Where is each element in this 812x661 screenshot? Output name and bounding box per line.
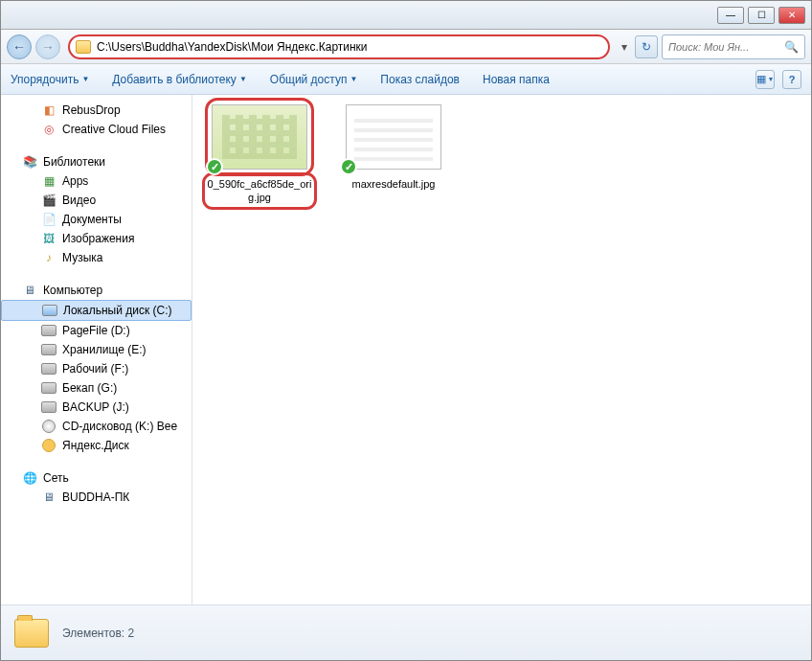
folder-icon [14, 619, 49, 648]
sidebar-item-label: PageFile (D:) [62, 324, 130, 337]
sidebar-item-label: Хранилище (E:) [62, 343, 146, 356]
thumbnail-image [212, 104, 307, 170]
sidebar-item-documents[interactable]: 📄 Документы [1, 210, 192, 229]
computer-icon: 🖥 [41, 490, 56, 505]
arrow-right-icon: → [41, 39, 55, 55]
file-item[interactable]: ✓0_590fc_a6cf85de_orig.jpg [202, 104, 317, 205]
help-icon: ? [789, 74, 796, 85]
sidebar-item-label: Видео [62, 194, 96, 207]
sidebar-item-label: CD-дисковод (K:) Bee [62, 420, 177, 433]
slideshow-button[interactable]: Показ слайдов [380, 73, 460, 86]
status-bar: Элементов: 2 [1, 604, 811, 660]
body-panel: ◧ RebusDrop ◎ Creative Cloud Files 📚 Биб… [1, 95, 811, 604]
video-icon: 🎬 [41, 193, 56, 208]
drive-icon [41, 363, 56, 375]
sidebar-item-label: Библиотеки [43, 155, 105, 169]
share-label: Общий доступ [270, 73, 348, 86]
add-to-library-menu[interactable]: Добавить в библиотеку ▼ [112, 73, 246, 86]
back-button[interactable]: ← [7, 34, 32, 59]
file-list[interactable]: ✓0_590fc_a6cf85de_orig.jpg✓maxresdefault… [192, 95, 811, 604]
libraries-icon: 📚 [22, 154, 37, 170]
sidebar-item-work[interactable]: Рабочий (F:) [1, 359, 192, 378]
sidebar-item-network[interactable]: 🌐 Сеть [1, 468, 192, 488]
sidebar-item-computer[interactable]: 🖥 Компьютер [1, 281, 192, 300]
sidebar-item-label: Бекап (G:) [62, 381, 117, 395]
sidebar-item-libraries[interactable]: 📚 Библиотеки [1, 152, 192, 171]
drive-icon [41, 325, 56, 336]
sidebar-item-storage[interactable]: Хранилище (E:) [1, 340, 192, 359]
status-text: Элементов: 2 [62, 627, 134, 640]
file-name-label: 0_590fc_a6cf85de_orig.jpg [207, 177, 312, 205]
sidebar-item-backup-g[interactable]: Бекап (G:) [1, 378, 192, 398]
sidebar-item-label: Creative Cloud Files [62, 123, 166, 136]
sidebar-item-backup-j[interactable]: BACKUP (J:) [1, 398, 192, 417]
images-icon: 🖼 [41, 231, 56, 246]
sidebar-item-pagefile[interactable]: PageFile (D:) [1, 321, 192, 340]
sidebar-item-video[interactable]: 🎬 Видео [1, 191, 192, 210]
sidebar-item-drive-c[interactable]: Локальный диск (C:) [1, 300, 192, 321]
chevron-down-icon: ▼ [239, 75, 247, 83]
help-button[interactable]: ? [782, 70, 801, 89]
file-item[interactable]: ✓maxresdefault.jpg [336, 104, 451, 205]
sidebar-item-label: Документы [62, 213, 122, 226]
file-name-label: maxresdefault.jpg [352, 177, 436, 191]
sidebar-item-rebusdrop[interactable]: ◧ RebusDrop [1, 101, 192, 120]
sync-check-icon: ✓ [206, 158, 223, 175]
sidebar-item-apps[interactable]: ▦ Apps [1, 171, 192, 191]
arrow-left-icon: ← [12, 39, 26, 55]
chevron-down-icon: ▼ [350, 75, 357, 83]
navigation-tree[interactable]: ◧ RebusDrop ◎ Creative Cloud Files 📚 Биб… [1, 95, 192, 604]
network-icon: 🌐 [22, 470, 37, 486]
apps-icon: ▦ [41, 173, 56, 189]
sidebar-item-label: Музыка [62, 251, 102, 264]
documents-icon: 📄 [41, 212, 56, 227]
file-thumbnail: ✓ [212, 104, 307, 170]
sidebar-item-buddha-pc[interactable]: 🖥 BUDDHA-ПК [1, 488, 192, 507]
refresh-button[interactable]: ↻ [635, 35, 658, 58]
forward-button[interactable]: → [35, 34, 60, 59]
close-button[interactable]: ✕ [778, 7, 805, 24]
address-input[interactable] [97, 40, 602, 54]
sidebar-item-label: Компьютер [43, 284, 102, 297]
new-folder-label: Новая папка [483, 73, 550, 86]
sidebar-item-label: Сеть [43, 471, 69, 485]
sidebar-item-cdrom[interactable]: CD-дисковод (K:) Bee [1, 417, 192, 436]
organize-menu[interactable]: Упорядочить ▼ [11, 73, 89, 86]
share-menu[interactable]: Общий доступ ▼ [270, 73, 358, 86]
disc-icon [42, 420, 56, 433]
refresh-icon: ↻ [642, 40, 651, 54]
cloud-icon: ◎ [41, 122, 56, 137]
sync-check-icon: ✓ [340, 158, 357, 175]
maximize-button[interactable]: ☐ [748, 7, 775, 24]
drive-icon [42, 305, 57, 316]
music-icon: ♪ [41, 250, 56, 265]
sidebar-item-label: Локальный диск (C:) [63, 304, 172, 317]
view-options-button[interactable]: ▦ ▼ [756, 70, 775, 89]
navigation-bar: ← → ▾ ↻ 🔍 [1, 30, 811, 64]
library-label: Добавить в библиотеку [112, 73, 237, 86]
thumbnail-image [346, 104, 441, 170]
sidebar-item-label: Яндекс.Диск [62, 439, 129, 452]
command-bar: Упорядочить ▼ Добавить в библиотеку ▼ Об… [1, 64, 811, 95]
computer-icon: 🖥 [22, 283, 37, 298]
new-folder-button[interactable]: Новая папка [483, 73, 550, 86]
sidebar-item-label: Изображения [62, 232, 134, 245]
chevron-down-icon: ▼ [768, 76, 775, 82]
search-box[interactable]: 🔍 [662, 34, 805, 59]
drive-icon [41, 401, 56, 413]
sidebar-item-label: BACKUP (J:) [62, 400, 129, 414]
search-icon: 🔍 [784, 40, 799, 54]
explorer-window: — ☐ ✕ ← → ▾ ↻ 🔍 Упорядочить ▼ Добавить [0, 0, 812, 661]
address-bar[interactable] [68, 34, 610, 59]
sidebar-item-images[interactable]: 🖼 Изображения [1, 229, 192, 248]
search-input[interactable] [668, 41, 780, 53]
sidebar-item-label: Рабочий (F:) [62, 362, 128, 376]
slideshow-label: Показ слайдов [380, 73, 460, 86]
folder-icon [76, 40, 91, 54]
sidebar-item-creative-cloud[interactable]: ◎ Creative Cloud Files [1, 120, 192, 139]
sidebar-item-yandex-disk[interactable]: Яндекс.Диск [1, 436, 192, 455]
chevron-down-icon: ▼ [81, 75, 89, 83]
address-history-dropdown[interactable]: ▾ [618, 40, 631, 54]
minimize-button[interactable]: — [717, 7, 744, 24]
sidebar-item-music[interactable]: ♪ Музыка [1, 248, 192, 267]
